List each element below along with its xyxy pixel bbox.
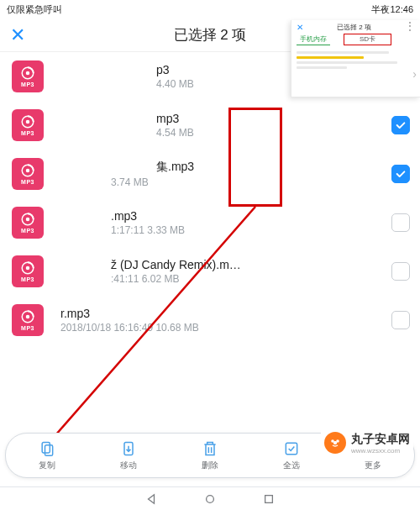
chevron-right-icon: › (412, 67, 417, 81)
file-meta: mp34.54 MB (55, 112, 391, 139)
file-name: ž (DJ Candy Remix).m… (55, 258, 391, 271)
inset-preview: ✕ 已选择 2 项 ⋮ 手机内存 SD卡 › (291, 20, 420, 97)
list-item[interactable]: MP3ž (DJ Candy Remix).m…:41:11 6.02 MB (0, 247, 420, 296)
selectall-label: 全选 (283, 460, 300, 471)
svg-point-29 (336, 439, 339, 443)
status-time: 半夜12:46 (371, 3, 413, 16)
file-meta: 集.mp3 3.74 MB (55, 160, 391, 188)
svg-point-16 (26, 315, 30, 319)
file-name: r.mp3 (55, 307, 391, 320)
svg-rect-22 (286, 443, 297, 454)
thumb-badge: MP3 (21, 179, 34, 185)
checkbox[interactable] (391, 165, 410, 183)
watermark: 丸子安卓网 www.wzsxx.com (321, 428, 413, 458)
status-carrier: 仅限紧急呼叫 (7, 3, 62, 16)
selectall-icon (283, 440, 300, 457)
mp3-icon: MP3 (12, 60, 44, 92)
thumb-badge: MP3 (21, 276, 34, 282)
svg-point-28 (331, 439, 334, 443)
inset-tab-phone: 手机内存 (297, 34, 330, 45)
copy-label: 复制 (39, 460, 55, 471)
checkbox[interactable] (391, 213, 410, 232)
file-name: mp3 (55, 112, 391, 125)
svg-point-26 (207, 495, 214, 502)
nav-home-icon[interactable] (204, 493, 216, 505)
checkbox[interactable] (391, 311, 410, 329)
move-label: 移动 (120, 460, 137, 471)
thumb-badge: MP3 (21, 130, 34, 136)
watermark-url: www.wzsxx.com (351, 447, 410, 455)
checkbox[interactable] (391, 116, 410, 134)
android-nav (0, 486, 420, 510)
trash-icon (202, 440, 218, 457)
copy-button[interactable]: 复制 (6, 434, 87, 477)
nav-back-icon[interactable] (145, 493, 157, 505)
copy-icon (39, 440, 55, 457)
svg-point-8 (26, 120, 30, 124)
status-icons: 半夜12:46 (361, 3, 413, 16)
file-meta: r.mp32018/10/18 16:16:49 10.68 MB (55, 307, 391, 334)
list-item[interactable]: MP3mp34.54 MB (0, 101, 420, 150)
watermark-logo (324, 432, 346, 454)
file-name: 集.mp3 (55, 160, 391, 175)
svg-point-10 (26, 169, 30, 173)
svg-rect-19 (42, 442, 50, 453)
svg-point-14 (26, 266, 30, 271)
file-sub: 2018/10/18 16:16:49 10.68 MB (55, 322, 391, 334)
inset-tab-sd: SD卡 (344, 34, 391, 45)
file-sub: :41:11 6.02 MB (55, 273, 391, 285)
checkbox[interactable] (391, 262, 410, 281)
thumb-badge: MP3 (21, 325, 34, 331)
mp3-icon: MP3 (12, 158, 44, 190)
file-sub: 1:17:11 3.33 MB (55, 224, 391, 236)
file-meta: .mp31:17:11 3.33 MB (55, 209, 391, 236)
move-icon (120, 440, 137, 457)
svg-point-6 (26, 71, 30, 76)
mp3-icon: MP3 (12, 304, 44, 336)
watermark-name: 丸子安卓网 (351, 432, 410, 445)
delete-label: 删除 (202, 460, 218, 471)
status-bar: 仅限紧急呼叫 半夜12:46 (0, 0, 420, 18)
close-icon[interactable]: ✕ (10, 26, 25, 45)
file-meta: ž (DJ Candy Remix).m…:41:11 6.02 MB (55, 258, 391, 285)
list-item[interactable]: MP3.mp31:17:11 3.33 MB (0, 198, 420, 247)
svg-point-12 (26, 218, 30, 222)
more-label: 更多 (365, 460, 381, 471)
mp3-icon: MP3 (12, 207, 44, 239)
file-sub: 4.54 MB (55, 127, 391, 139)
svg-rect-20 (45, 444, 52, 455)
nav-recent-icon[interactable] (263, 493, 275, 505)
file-sub: 3.74 MB (55, 176, 391, 188)
delete-button[interactable]: 删除 (169, 434, 250, 477)
mp3-icon: MP3 (12, 255, 44, 287)
svg-rect-27 (265, 495, 273, 502)
list-item[interactable]: MP3r.mp32018/10/18 16:16:49 10.68 MB (0, 296, 420, 344)
thumb-badge: MP3 (21, 228, 34, 234)
mp3-icon: MP3 (12, 109, 44, 141)
inset-title: 已选择 2 项 (303, 23, 405, 32)
file-name: .mp3 (55, 209, 391, 223)
inset-close-icon: ✕ (297, 23, 303, 32)
list-item[interactable]: MP3集.mp3 3.74 MB (0, 150, 420, 198)
move-button[interactable]: 移动 (87, 434, 169, 477)
thumb-badge: MP3 (21, 81, 34, 87)
inset-more-icon: ⋮ (405, 25, 415, 29)
